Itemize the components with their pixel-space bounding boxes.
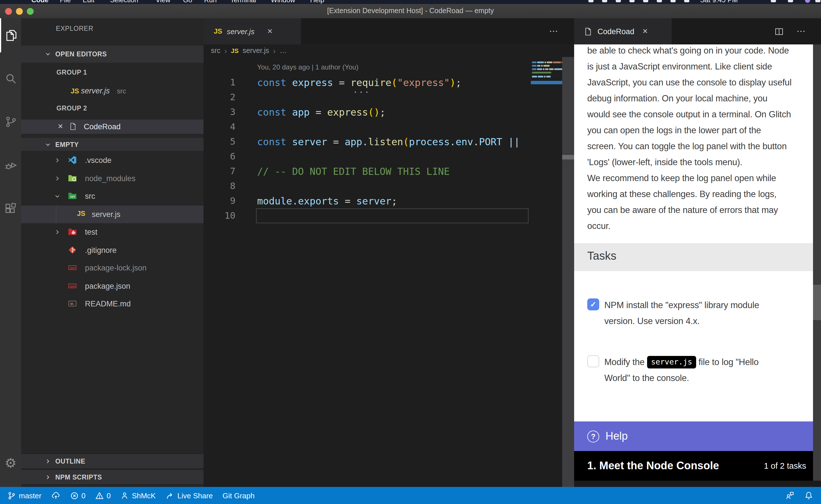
vertical-scrollbar[interactable] (562, 57, 574, 487)
search-activity-icon[interactable] (0, 62, 21, 96)
menu-window[interactable]: Window (271, 0, 295, 4)
tree-item-readme-md[interactable]: M↓README.md (21, 295, 203, 313)
code-line-1[interactable]: 1const express = require("express"); (203, 75, 574, 90)
source-control-activity-icon[interactable] (0, 105, 21, 139)
tab-coderoad[interactable]: CodeRoad ✕ (574, 18, 672, 44)
status-item-shmck[interactable]: ShMcK (120, 491, 156, 500)
code-line-3[interactable]: 3const app = express(); (203, 105, 574, 120)
menu-status-icon[interactable] (657, 0, 662, 2)
tree-item-package-lock-json[interactable]: npmpackage-lock.json (21, 259, 203, 277)
code-line-9[interactable]: 9module.exports = server; (203, 194, 574, 208)
scrollbar-thumb[interactable] (813, 285, 821, 320)
menu-go[interactable]: Go (183, 0, 192, 4)
extensions-activity-icon[interactable] (0, 191, 21, 226)
menu-status-icon[interactable] (630, 0, 635, 2)
open-editor-serverjs[interactable]: JS server.js src (21, 84, 203, 99)
menu-selection[interactable]: Selection (110, 0, 138, 4)
menu-run[interactable]: Run (204, 0, 217, 4)
webview-scrollbar[interactable] (813, 44, 821, 481)
task-checkbox[interactable] (587, 355, 599, 367)
code-line-10[interactable]: 10 (203, 208, 574, 223)
breadcrumb-symbol[interactable]: … (280, 47, 287, 55)
menu-help[interactable]: Help (310, 0, 324, 4)
macos-menu-bar[interactable]: CodeFileEditSelectionViewGoRunTerminalWi… (0, 0, 821, 4)
menu-code[interactable]: Code (31, 0, 48, 4)
minimap-line (532, 72, 551, 74)
status-item-bell[interactable] (804, 491, 813, 500)
outline-header[interactable]: OUTLINE (21, 453, 203, 468)
coderoad-panel: CodeRoad ✕ ⋯ be able to check what's goi… (574, 18, 821, 487)
breadcrumb-src[interactable]: src (211, 47, 221, 55)
menu-terminal[interactable]: Terminal (230, 0, 256, 4)
breadcrumb[interactable]: src › JS server.js › … (211, 44, 287, 57)
menu-status-icon[interactable] (602, 0, 607, 2)
status-item-cloud-upload[interactable] (51, 491, 60, 500)
tree-item--gitignore[interactable]: .gitignore (21, 241, 203, 259)
extensions-icon (4, 202, 17, 215)
menu-status-icon[interactable] (643, 0, 648, 2)
code-editor[interactable]: You, 20 days ago | 1 author (You) 1const… (203, 57, 574, 487)
menu-status-icon[interactable] (671, 0, 676, 2)
code-line-7[interactable]: 7// -- DO NOT EDIT BELOW THIS LINE (203, 164, 574, 179)
close-tab-icon[interactable]: ✕ (642, 27, 648, 35)
explorer-activity-icon[interactable] (0, 18, 22, 52)
run-and-debug-icon (4, 158, 17, 172)
code-line-8[interactable]: 8 (203, 179, 574, 194)
menu-status-icon[interactable] (815, 0, 820, 2)
task-text: NPM install the "express" library module (604, 297, 759, 313)
menu-status-icon[interactable] (684, 0, 689, 2)
status-item-0[interactable]: 0 (70, 491, 85, 500)
menu-view[interactable]: View (156, 0, 170, 4)
tree-item--vscode[interactable]: .vscode (21, 151, 203, 169)
more-actions-icon[interactable]: ⋯ (549, 18, 558, 44)
live-share-icon (165, 491, 174, 500)
npm-scripts-header[interactable]: NPM SCRIPTS (21, 469, 203, 484)
tree-item-src[interactable]: src (21, 187, 203, 205)
breadcrumb-file[interactable]: server.js (243, 47, 269, 55)
split-editor-icon[interactable] (774, 27, 784, 36)
tree-item-server-js[interactable]: JSserver.js (21, 205, 203, 223)
menu-status-icon[interactable] (788, 0, 793, 2)
open-editors-header[interactable]: OPEN EDITORS (21, 46, 203, 63)
minimap[interactable] (531, 60, 563, 487)
title-bar[interactable]: [Extension Development Host] - CodeRoad … (0, 4, 821, 18)
line-number: 2 (203, 90, 236, 105)
status-item-feedback[interactable] (785, 491, 795, 500)
src-icon (68, 191, 77, 200)
siri-icon[interactable] (805, 0, 810, 3)
settings-gear-icon[interactable]: ⚙ (0, 446, 21, 480)
run-debug-activity-icon[interactable] (0, 148, 21, 182)
code-line-2[interactable]: 2 (203, 90, 574, 105)
tab-serverjs[interactable]: JS server.js ✕ (203, 18, 301, 44)
menu-edit[interactable]: Edit (83, 0, 94, 4)
task-checkbox[interactable]: ✓ (587, 298, 599, 310)
menu-status-icon[interactable] (771, 0, 776, 2)
code-line-6[interactable]: 6 (203, 149, 574, 164)
js-file-icon: JS (77, 209, 85, 217)
status-item-live-share[interactable]: Live Share (165, 491, 213, 500)
cloud-upload-icon (51, 491, 60, 500)
status-item-master[interactable]: master (7, 491, 41, 500)
code-lines[interactable]: 1const express = require("express");23co… (203, 75, 574, 223)
close-icon[interactable]: ✕ (58, 120, 63, 134)
menu-status-icon[interactable] (616, 0, 621, 2)
tree-item-test[interactable]: test (21, 223, 203, 241)
feedback-icon (785, 491, 795, 500)
tree-item-node-modules[interactable]: node_modules (21, 169, 203, 187)
help-button[interactable]: ? Help (574, 421, 813, 451)
more-actions-icon[interactable]: ⋯ (797, 18, 806, 44)
menu-file[interactable]: File (60, 0, 71, 4)
tutorial-text: be able to check what's going on in your… (587, 44, 810, 234)
menu-status-icon[interactable] (588, 0, 593, 2)
scrollbar-thumb[interactable] (562, 155, 574, 159)
code-line-4[interactable]: 4 (203, 120, 574, 134)
tasks-section-header: Tasks (574, 243, 813, 271)
code-line-5[interactable]: 5const server = app.listen(process.env.P… (203, 134, 574, 149)
codelens-annotation[interactable]: You, 20 days ago | 1 author (You) (257, 63, 358, 71)
tree-item-package-json[interactable]: npmpackage.json (21, 277, 203, 295)
open-editor-coderoad[interactable]: ✕ CodeRoad (21, 120, 203, 134)
close-tab-icon[interactable]: ✕ (267, 27, 273, 35)
status-item-git-graph[interactable]: Git Graph (223, 491, 255, 500)
status-item-0[interactable]: 0 (95, 491, 111, 500)
project-section-header[interactable]: EMPTY (21, 138, 203, 151)
